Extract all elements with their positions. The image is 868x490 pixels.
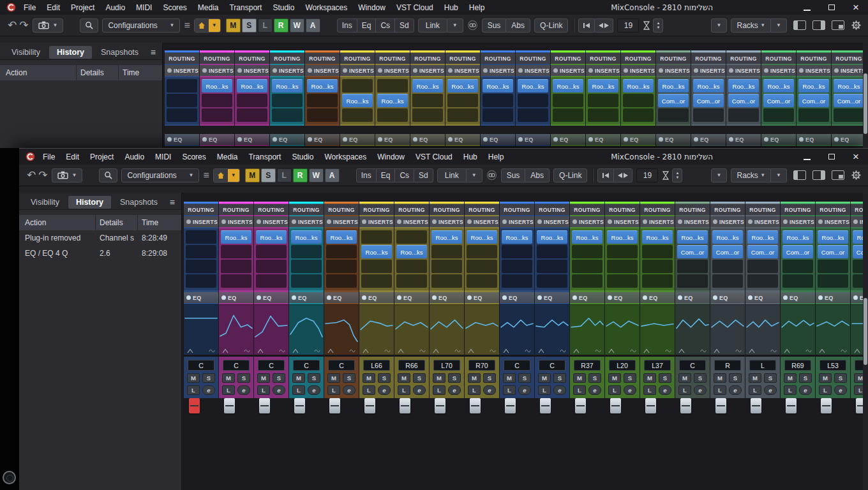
channel-spinner[interactable]: ▲ ▼ [653,19,663,33]
fader-handle[interactable] [435,398,445,413]
eq-shelf-filter-icon[interactable] [490,348,496,353]
insert-slot-4[interactable] [186,274,216,288]
channel-strip-20[interactable]: ROUTING INSERTS Roo...ks Com...or EQ [832,50,866,146]
solo-button[interactable]: S [659,373,671,383]
channel-strip-16[interactable]: ROUTING INSERTS Roo...ks Com...or EQ [691,50,726,146]
eq-curve-display[interactable] [745,304,780,346]
eq-bypass-led-icon[interactable] [292,295,296,300]
eq-peak-filter-icon[interactable] [468,348,474,353]
routing-rack-header[interactable]: ROUTING [165,53,199,64]
listen-button[interactable]: L [398,385,410,395]
channel-mode-a-button[interactable]: A [306,19,320,33]
insert-slot-1[interactable]: Roo...ks [693,79,724,93]
eq-shelf-filter-icon[interactable] [700,348,707,353]
pan-control[interactable]: L53 [819,360,846,371]
mute-button[interactable]: M [363,373,375,383]
routing-rack-header[interactable]: ROUTING [816,204,850,215]
insert-slot-3[interactable] [642,260,673,273]
insert-slot-1[interactable]: Roo...ks [607,230,638,244]
routing-rack-header[interactable]: ROUTING [516,53,550,64]
left-zone-toggle-icon[interactable] [793,170,806,180]
history-col-details[interactable]: Details [96,215,138,230]
routing-rack-header[interactable]: ROUTING [394,204,429,215]
insert-slot-4[interactable] [502,274,532,288]
inserts-rack-header[interactable]: INSERTS [516,65,550,76]
rack-bypass-led-icon[interactable] [257,219,261,224]
inserts-rack-header[interactable]: INSERTS [270,65,304,76]
mute-button[interactable]: M [714,373,726,383]
eq-rack-header[interactable]: EQ [675,292,710,303]
menu-help[interactable]: Help [488,152,504,161]
routing-rack-header[interactable]: ROUTING [324,204,359,215]
solo-button[interactable]: S [834,373,847,383]
fader-handle[interactable] [294,398,305,413]
routing-rack-header[interactable]: ROUTING [621,53,655,64]
eq-shelf-filter-icon[interactable] [384,348,391,353]
insert-slot-2[interactable]: Com...or [782,245,813,258]
pan-control[interactable]: L37 [644,360,671,371]
insert-slot-3[interactable] [396,260,427,273]
redo-icon[interactable]: ↷ [38,168,47,182]
inserts-rack-header[interactable]: INSERTS [570,216,604,227]
eq-rack-header[interactable]: EQ [781,292,815,303]
insert-slot-2[interactable]: Roo...ks [396,245,427,258]
insert-slot-1[interactable]: Roo...ks [483,79,513,93]
settings-gear-icon[interactable] [851,170,862,181]
rack-bypass-led-icon[interactable] [397,219,401,224]
eq-bypass-led-icon[interactable] [327,295,331,300]
routing-rack-header[interactable]: ROUTING [305,53,340,64]
eq-shelf-filter-icon[interactable] [735,348,742,353]
routing-rack-header[interactable]: ROUTING [586,53,620,64]
eq-rack-header[interactable]: EQ [465,292,499,303]
insert-slot-3[interactable] [588,108,618,122]
inserts-rack-header[interactable]: INSERTS [235,65,269,76]
eq-peak-filter-icon[interactable] [749,348,755,353]
insert-slot-1[interactable]: Roo...ks [834,79,864,93]
eq-curve-display[interactable] [500,304,534,346]
insert-slot-3[interactable] [782,260,813,273]
eq-shelf-filter-icon[interactable] [560,348,566,353]
inserts-rack-header[interactable]: INSERTS [832,65,866,76]
insert-slot-2[interactable] [502,245,532,258]
fader-handle[interactable] [400,398,410,413]
insert-slot-2[interactable] [447,94,478,107]
insert-slot-2[interactable]: Com...or [763,94,794,107]
insert-slot-3[interactable] [763,108,794,122]
menu-hub[interactable]: Hub [463,152,477,161]
eq-peak-filter-icon[interactable] [363,348,369,353]
eq-peak-filter-icon[interactable] [257,348,264,353]
eq-curve-display[interactable] [640,304,675,346]
eq-bypass-led-icon[interactable] [748,295,752,300]
rack-bypass-led-icon[interactable] [643,219,647,224]
channel-prev-next-button[interactable] [614,168,632,182]
eq-peak-filter-icon[interactable] [292,348,299,353]
insert-slot-2[interactable] [537,245,567,258]
solo-button[interactable]: S [764,373,777,383]
link-dropdown[interactable]: ▼ [447,19,463,33]
insert-slot-4[interactable] [747,274,778,288]
insert-slot-1[interactable]: Roo...ks [588,79,618,93]
rack-bypass-led-icon[interactable] [713,219,717,224]
solo-button[interactable]: S [378,373,391,383]
inserts-rack-header[interactable]: INSERTS [675,216,710,227]
solo-button[interactable]: S [202,373,215,383]
insert-slot-3[interactable] [658,108,689,122]
channel-mode-m-button[interactable]: M [226,19,241,33]
insert-slot-1[interactable]: Roo...ks [256,230,287,244]
insert-slot-3[interactable] [728,108,759,122]
fader-handle[interactable] [575,398,586,413]
insert-slot-2[interactable] [237,94,267,107]
insert-slot-1[interactable] [396,230,427,244]
routing-rack-header[interactable]: ROUTING [481,53,515,64]
routing-rack-header[interactable]: ROUTING [375,53,410,64]
insert-slot-1[interactable]: Roo...ks [237,79,267,93]
close-button[interactable]: × [853,4,859,11]
mixconsole-window-front[interactable]: FileEditProjectAudioMIDIScoresMediaTrans… [19,148,868,490]
eq-bypass-led-icon[interactable] [221,295,226,300]
fader-handle[interactable] [364,398,375,413]
eq-rack-header[interactable]: EQ [500,292,534,303]
edit-channel-button[interactable]: e [378,385,391,395]
insert-slot-4[interactable] [677,274,708,288]
spinner-up-icon[interactable]: ▲ [656,21,660,25]
inserts-rack-header[interactable]: INSERTS [465,216,499,227]
